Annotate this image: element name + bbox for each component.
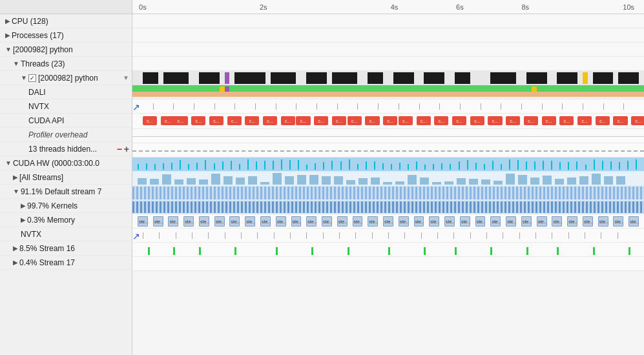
ste-segment[interactable]: ste... [598, 216, 608, 227]
ste-segment[interactable]: ste... [168, 216, 178, 227]
timeline-row-cpu[interactable] [132, 14, 644, 28]
cuda-api-segment[interactable]: c... [631, 116, 644, 125]
sidebar-item-cpu[interactable]: ▶ CPU (128) [0, 14, 132, 28]
ste-segment[interactable]: ste... [475, 216, 486, 227]
cuda-api-segment[interactable]: c... [559, 116, 574, 125]
all-streams-bar [579, 176, 588, 185]
timeline-row-all-streams[interactable]: (function() { const row = document.curre… [132, 172, 644, 186]
timeline-row-dali[interactable] [132, 85, 644, 99]
stream16-tick [199, 247, 201, 255]
thread-checkbox[interactable]: ✓ [28, 74, 36, 82]
sidebar-item-processes[interactable]: ▶ Processes (17) [0, 28, 132, 43]
ste-segment[interactable]: ste... [444, 216, 455, 227]
cuda-api-segment[interactable]: c... [488, 116, 502, 125]
ste-segment[interactable]: ste... [199, 216, 209, 227]
ste-segment[interactable]: ste... [552, 216, 562, 227]
timeline-row-nvtx1[interactable]: ↗ [132, 99, 644, 114]
cuda-api-segment[interactable]: c... [281, 116, 295, 125]
timeline-row-kernels[interactable] [132, 200, 644, 214]
ste-segment[interactable]: ste... [628, 216, 639, 227]
sidebar-item-all-streams[interactable]: ▶ [All Streams] [0, 170, 132, 185]
cuda-api-segment[interactable]: c... [399, 116, 413, 125]
timeline-row-nvtx2[interactable]: ↗ (function() { const row = document.cur… [132, 228, 644, 243]
ste-segment[interactable]: ste... [537, 216, 547, 227]
timeline-row-threads[interactable] [132, 57, 644, 71]
cuda-api-segment[interactable]: c... [417, 116, 431, 125]
timeline-row-processes[interactable] [132, 28, 644, 43]
cuda-api-segment[interactable]: c... [524, 116, 538, 125]
timeline-row-python[interactable] [132, 43, 644, 57]
ste-segment[interactable]: ste... [260, 216, 271, 227]
ste-segment[interactable]: ste... [138, 216, 148, 227]
sidebar-item-python-thread[interactable]: ▼ ✓ [2000982] python ▼ [0, 71, 132, 85]
cuda-api-segment[interactable]: c... [577, 116, 592, 125]
cuda-api-segment[interactable]: c... [143, 116, 157, 125]
timeline-row-cuda-hw[interactable]: (function() { const row = document.curre… [132, 157, 644, 172]
cuda-api-segment[interactable]: c... [596, 116, 610, 125]
ste-segment[interactable]: ste... [322, 216, 332, 227]
ste-segment[interactable]: ste... [291, 216, 302, 227]
ste-segment[interactable]: ste... [414, 216, 424, 227]
ste-segment[interactable]: ste... [583, 216, 593, 227]
add-hidden-button[interactable]: + [124, 144, 129, 154]
cuda-api-segment[interactable]: c... [506, 116, 520, 125]
sidebar-item-threads[interactable]: ▼ Threads (23) [0, 57, 132, 71]
ste-segment[interactable]: ste... [399, 216, 409, 227]
nvtx2-tick [257, 232, 258, 239]
ste-segment[interactable]: ste... [429, 216, 439, 227]
cuda-api-segment[interactable]: c... [613, 116, 627, 125]
ste-segment[interactable]: ste... [383, 216, 393, 227]
cuda-api-segment[interactable]: c... [245, 116, 259, 125]
ste-segment[interactable]: ste... [153, 216, 163, 227]
cuda-api-segment[interactable]: c... [227, 116, 242, 125]
thread-dropdown-arrow[interactable]: ▼ [123, 74, 129, 81]
ste-segment[interactable]: ste... [490, 216, 501, 227]
timeline-row-memory[interactable]: (function() { const row = document.curre… [132, 214, 644, 228]
ste-segment[interactable]: ste... [353, 216, 363, 227]
cuda-api-segment[interactable]: c... [173, 116, 187, 125]
cuda-api-segment[interactable]: c... [470, 116, 484, 125]
sidebar-item-cuda-hw[interactable]: ▼ CUDA HW (0000:03:00.0 [0, 156, 132, 170]
sidebar-item-stream16[interactable]: ▶ 8.5% Stream 16 [0, 241, 132, 256]
stream16-tick [557, 247, 559, 255]
timeline-row-python-thread[interactable] [132, 71, 644, 85]
cuda-api-segment[interactable]: c... [263, 116, 277, 125]
cuda-api-segment[interactable]: c... [348, 116, 362, 125]
cuda-api-segment[interactable]: c... [191, 116, 205, 125]
sidebar-item-kernels[interactable]: ▶ 99.7% Kernels [0, 199, 132, 213]
remove-hidden-button[interactable]: − [117, 144, 122, 154]
cuda-api-segment[interactable]: c... [542, 116, 556, 125]
ste-segment[interactable]: ste... [183, 216, 194, 227]
cuda-api-segment[interactable]: c... [383, 116, 397, 125]
nvtx2-tick [486, 232, 487, 239]
all-streams-bar [506, 174, 515, 185]
sidebar-item-stream17[interactable]: ▶ 0.4% Stream 17 [0, 256, 132, 270]
ste-segment[interactable]: ste... [460, 216, 470, 227]
ste-segment[interactable]: ste... [506, 216, 516, 227]
cuda-api-segment[interactable]: c... [209, 116, 223, 125]
cuda-api-segment[interactable]: c... [314, 116, 328, 125]
timeline-row-cuda-api[interactable]: (function() { const row = document.curre… [132, 114, 644, 129]
sidebar-item-python[interactable]: ▼ [2000982] python [0, 43, 132, 57]
timeline-row-default-stream[interactable] [132, 186, 644, 200]
cuda-api-segment[interactable]: c... [296, 116, 310, 125]
cuda-api-segment[interactable]: c... [434, 116, 448, 125]
left-panel: ▶ CPU (128) ▶ Processes (17) ▼ [2000982]… [0, 0, 132, 355]
stream16-tick [490, 247, 492, 255]
ste-segment[interactable]: ste... [368, 216, 378, 227]
cuda-api-segment[interactable]: c... [365, 116, 379, 125]
ste-segment[interactable]: ste... [613, 216, 623, 227]
timeline-row-stream16[interactable]: (function() { const row = document.curre… [132, 243, 644, 257]
sidebar-item-default-stream[interactable]: ▼ 91.1% Default stream 7 [0, 185, 132, 199]
ste-segment[interactable]: ste... [521, 216, 532, 227]
ste-segment[interactable]: ste... [245, 216, 255, 227]
ste-segment[interactable]: ste... [306, 216, 317, 227]
ste-segment[interactable]: ste... [229, 216, 240, 227]
ste-segment[interactable]: ste... [567, 216, 577, 227]
cuda-api-segment[interactable]: c... [332, 116, 346, 125]
ste-segment[interactable]: ste... [337, 216, 348, 227]
ste-segment[interactable]: ste... [214, 216, 225, 227]
sidebar-item-memory[interactable]: ▶ 0.3% Memory [0, 213, 132, 227]
cuda-api-segment[interactable]: c... [452, 116, 466, 125]
ste-segment[interactable]: ste... [276, 216, 286, 227]
